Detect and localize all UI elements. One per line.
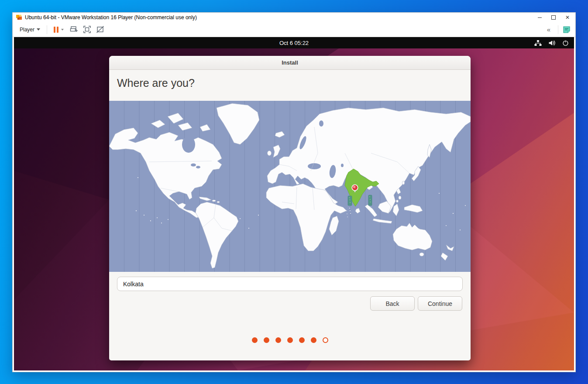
window-controls: ✕ bbox=[533, 13, 574, 22]
volume-icon[interactable] bbox=[548, 40, 556, 46]
vmware-toolbar: Player « bbox=[13, 22, 575, 37]
close-icon: ✕ bbox=[565, 15, 570, 20]
page-title: Where are you? bbox=[117, 77, 195, 89]
installer-title: Install bbox=[282, 59, 298, 66]
desktop: { "vmware": { "title": "Ubuntu 64-bit - … bbox=[0, 0, 588, 384]
progress-dot bbox=[252, 337, 258, 343]
timezone-map[interactable] bbox=[109, 101, 471, 272]
installer-dialog: Install Where are you? bbox=[109, 56, 471, 360]
progress-dot bbox=[264, 337, 269, 343]
system-tray bbox=[534, 37, 569, 48]
notes-panel-icon[interactable] bbox=[562, 25, 571, 34]
send-ctrl-alt-del-icon bbox=[70, 25, 78, 34]
progress-dot bbox=[275, 337, 281, 343]
installer-titlebar[interactable]: Install bbox=[109, 56, 471, 70]
power-icon[interactable] bbox=[562, 40, 569, 46]
progress-dot bbox=[323, 337, 328, 343]
unity-mode-icon bbox=[96, 25, 104, 34]
ubuntu-top-bar: Oct 6 05:22 bbox=[14, 37, 574, 48]
progress-dot bbox=[311, 337, 316, 343]
close-button[interactable]: ✕ bbox=[560, 13, 574, 22]
install-progress-dots bbox=[109, 337, 471, 343]
suspend-vm-button[interactable] bbox=[54, 27, 58, 33]
minimize-icon bbox=[538, 17, 542, 18]
network-icon[interactable] bbox=[534, 40, 542, 46]
player-menu-label: Player bbox=[20, 27, 34, 33]
vmware-player-logo-icon bbox=[16, 14, 22, 21]
timezone-city-input[interactable] bbox=[117, 277, 463, 291]
clock[interactable]: Oct 6 05:22 bbox=[279, 40, 309, 46]
unity-mode-button[interactable] bbox=[96, 25, 104, 34]
vmware-window-title: Ubuntu 64-bit - VMware Workstation 16 Pl… bbox=[25, 14, 197, 21]
player-menu-button[interactable]: Player bbox=[17, 25, 43, 34]
vmware-player-window: Ubuntu 64-bit - VMware Workstation 16 Pl… bbox=[12, 12, 576, 372]
collapse-toolbar-icon[interactable]: « bbox=[547, 26, 550, 33]
continue-button[interactable]: Continue bbox=[418, 296, 462, 311]
toolbar-right-cluster: « bbox=[547, 25, 571, 34]
progress-dot bbox=[299, 337, 305, 343]
continue-button-label: Continue bbox=[428, 300, 452, 307]
suspend-dropdown-icon[interactable] bbox=[61, 29, 64, 31]
vmware-titlebar[interactable]: Ubuntu 64-bit - VMware Workstation 16 Pl… bbox=[13, 13, 575, 22]
maximize-icon bbox=[551, 15, 556, 20]
maximize-button[interactable] bbox=[547, 13, 560, 22]
chevron-down-icon bbox=[37, 28, 40, 31]
send-ctrl-alt-del-button[interactable] bbox=[69, 25, 78, 34]
minimize-button[interactable] bbox=[533, 13, 547, 22]
vm-screen: Oct 6 05:22 bbox=[14, 37, 574, 370]
progress-dot bbox=[287, 337, 293, 343]
toolbar-separator bbox=[558, 25, 558, 34]
back-button[interactable]: Back bbox=[370, 296, 415, 311]
enter-fullscreen-button[interactable] bbox=[83, 25, 91, 34]
fullscreen-icon bbox=[83, 25, 91, 34]
back-button-label: Back bbox=[385, 300, 399, 307]
toolbar-separator bbox=[47, 25, 47, 34]
